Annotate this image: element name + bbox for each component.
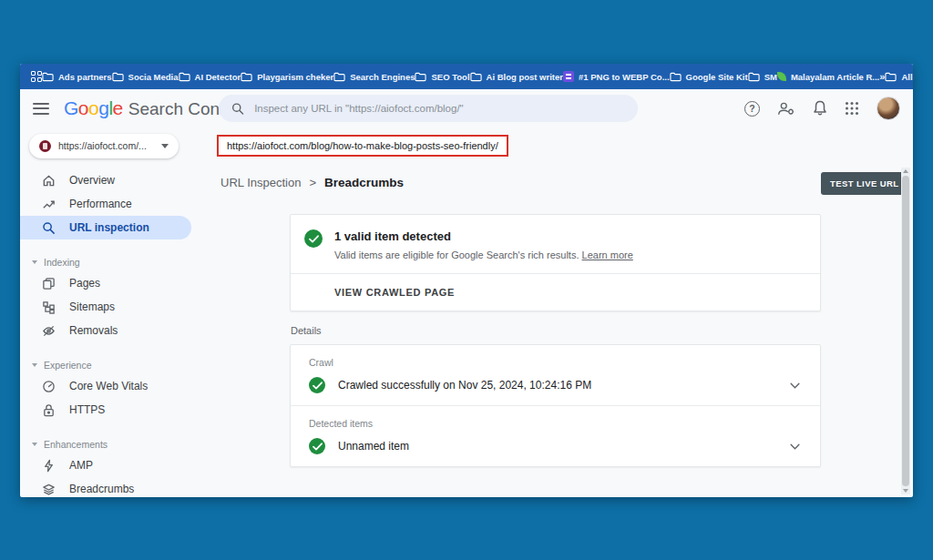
scrollbar-thumb[interactable] <box>902 176 909 486</box>
bookmarks-bar: Ads partners Socia Media AI Detector Pla… <box>20 64 913 89</box>
breadcrumbs-layers-icon <box>42 483 56 496</box>
sidebar-item-removals[interactable]: Removals <box>20 319 210 342</box>
sitemap-icon <box>42 300 56 314</box>
notifications-bell-icon[interactable] <box>813 100 827 117</box>
inspected-url-highlight: https://aiofoct.com/blog/how-to-make-blo… <box>217 135 508 157</box>
bookmark-label: AI Detector <box>195 72 241 82</box>
help-icon[interactable]: ? <box>744 101 760 117</box>
breadcrumb: URL Inspection > Breadcrumbs <box>220 176 404 189</box>
bookmark-label: Ai Blog post writer <box>487 72 563 82</box>
bookmark-playgarism-cheker[interactable]: Playgarism cheker <box>241 72 333 82</box>
apps-grid-bookmark-button[interactable] <box>31 71 42 82</box>
desktop-background: Ads partners Socia Media AI Detector Pla… <box>0 0 933 560</box>
bookmark-ai-blog-post-writer[interactable]: Ai Blog post writer <box>470 72 563 82</box>
vertical-scrollbar[interactable] <box>901 168 910 494</box>
folder-icon <box>112 72 124 82</box>
search-icon <box>42 221 56 235</box>
folder-icon <box>470 72 482 82</box>
bookmark-label: Google Site Kit <box>686 72 748 82</box>
subtitle-text: Valid items are eligible for Google Sear… <box>334 249 579 260</box>
bookmark-label: Ads partners <box>58 72 112 82</box>
menu-button[interactable] <box>33 103 49 115</box>
details-card: Crawl Crawled successfully on Nov 25, 20… <box>290 344 821 467</box>
collapse-arrow-icon <box>32 443 37 446</box>
bookmark-seo-tool[interactable]: SEO Tool <box>415 72 469 82</box>
amp-bolt-icon <box>42 459 56 473</box>
crawl-section: Crawl Crawled successfully on Nov 25, 20… <box>291 345 820 405</box>
lock-icon <box>42 403 56 417</box>
learn-more-link[interactable]: Learn more <box>582 249 633 260</box>
sidebar-item-url-inspection[interactable]: URL inspection <box>20 216 191 239</box>
section-label: Indexing <box>44 257 80 268</box>
breadcrumb-current: Breadcrumbs <box>324 176 404 189</box>
bookmark-label: #1 PNG to WEBP Co... <box>579 72 670 82</box>
crawl-label: Crawl <box>309 357 805 368</box>
sidebar-nav: Overview Performance URL inspection Inde… <box>20 164 210 497</box>
account-settings-icon[interactable] <box>777 101 795 116</box>
bookmark-label: All Bookmarks <box>901 72 913 82</box>
bookmark-label: Socia Media <box>128 72 179 82</box>
search-input[interactable] <box>254 103 625 114</box>
app-body: Overview Performance URL inspection Inde… <box>20 164 913 497</box>
folder-icon <box>333 72 345 82</box>
user-avatar[interactable] <box>877 97 900 120</box>
sidebar-item-pages[interactable]: Pages <box>20 271 210 295</box>
bookmark-label: SM <box>764 72 777 82</box>
folder-icon <box>42 72 54 82</box>
detected-item-text: Unnamed item <box>338 440 409 453</box>
sidebar-item-performance[interactable]: Performance <box>20 192 210 216</box>
chevron-down-icon[interactable] <box>790 382 800 389</box>
sidebar-item-label: HTTPS <box>69 403 105 416</box>
bookmark-sm[interactable]: SM <box>748 72 777 82</box>
sidebar-section-enhancements[interactable]: Enhancements <box>20 435 210 453</box>
google-apps-grid-icon[interactable] <box>845 101 859 116</box>
bookmark-ads-partners[interactable]: Ads partners <box>42 72 112 82</box>
property-bar: https://aiofoct.com/... https://aiofoct.… <box>20 127 913 164</box>
sidebar-item-label: URL inspection <box>69 221 149 234</box>
breadcrumb-parent[interactable]: URL Inspection <box>220 176 301 189</box>
scroll-up-arrow-icon[interactable] <box>903 169 908 173</box>
bookmark-png-to-webp[interactable]: #1 PNG to WEBP Co... <box>563 71 670 82</box>
folder-icon <box>670 72 682 82</box>
valid-items-title: 1 valid item detected <box>334 229 633 243</box>
leaf-favicon <box>777 72 786 81</box>
folder-icon <box>415 72 426 82</box>
valid-items-summary: 1 valid item detected Valid items are el… <box>291 215 820 273</box>
bookmark-socia-media[interactable]: Socia Media <box>112 72 179 82</box>
chevron-down-icon[interactable] <box>790 443 800 450</box>
sidebar-item-label: Breadcrumbs <box>69 483 134 495</box>
sidebar-item-https[interactable]: HTTPS <box>20 398 210 422</box>
sidebar-item-label: Core Web Vitals <box>69 380 148 392</box>
collapse-arrow-icon <box>32 260 37 264</box>
crawl-status-text: Crawled successfully on Nov 25, 2024, 10… <box>338 379 591 392</box>
sidebar-section-experience[interactable]: Experience <box>20 356 210 374</box>
folder-icon <box>179 72 190 82</box>
sidebar-item-breadcrumbs[interactable]: Breadcrumbs <box>20 477 210 497</box>
url-inspect-searchbox[interactable] <box>219 95 638 122</box>
view-crawled-page-button[interactable]: VIEW CRAWLED PAGE <box>291 274 820 311</box>
detected-item-row[interactable]: Unnamed item <box>309 438 805 454</box>
breadcrumb-separator: > <box>309 176 316 189</box>
folder-icon <box>748 72 760 82</box>
performance-trend-icon <box>42 198 56 211</box>
success-check-icon <box>304 229 323 248</box>
all-bookmarks-button[interactable]: All Bookmarks <box>885 72 913 82</box>
sidebar-item-sitemaps[interactable]: Sitemaps <box>20 295 210 319</box>
scroll-down-arrow-icon[interactable] <box>903 489 908 493</box>
bookmark-malayalam-article[interactable]: Malayalam Article R... <box>777 72 879 82</box>
dropdown-caret-icon <box>161 144 169 148</box>
section-label: Enhancements <box>44 439 108 450</box>
valid-items-card: 1 valid item detected Valid items are el… <box>290 214 821 311</box>
bookmark-ai-detector[interactable]: AI Detector <box>179 72 241 82</box>
sidebar-item-core-web-vitals[interactable]: Core Web Vitals <box>20 374 210 398</box>
success-check-icon <box>309 438 325 454</box>
crawl-status-row[interactable]: Crawled successfully on Nov 25, 2024, 10… <box>309 377 805 393</box>
removals-eye-off-icon <box>42 324 56 338</box>
bookmark-search-engines[interactable]: Search Engines <box>333 72 415 82</box>
test-live-url-button[interactable]: TEST LIVE URL <box>821 172 907 195</box>
property-selector[interactable]: https://aiofoct.com/... <box>29 134 179 158</box>
sidebar-section-indexing[interactable]: Indexing <box>20 253 210 271</box>
sidebar-item-amp[interactable]: AMP <box>20 453 210 477</box>
sidebar-item-overview[interactable]: Overview <box>20 168 210 192</box>
bookmark-google-site-kit[interactable]: Google Site Kit <box>670 72 748 82</box>
